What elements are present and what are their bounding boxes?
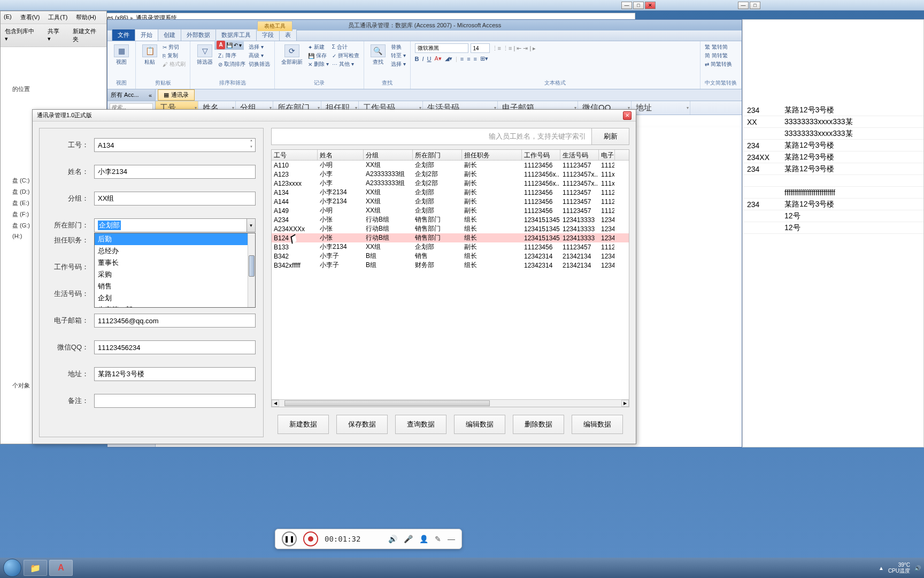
input-group[interactable]: XX组 (94, 192, 256, 206)
input-name[interactable]: 小李2134 (94, 165, 256, 179)
dropdown-option[interactable]: 采购 (95, 269, 255, 280)
tab-file[interactable]: 文件 (112, 29, 135, 41)
chevron-down-icon[interactable]: ▼ (247, 219, 255, 232)
grid-column-header[interactable]: 分组 (364, 150, 413, 160)
font-color-button[interactable]: A▾ (435, 55, 442, 62)
tab-home[interactable]: 开始 (135, 29, 158, 41)
copy-button[interactable]: ⎘ 复制 (163, 52, 186, 59)
taskbar-explorer[interactable]: 📁 (24, 560, 47, 576)
grid-row[interactable]: A123xxxx小李A23333333组企划2部副长11123456x...11… (272, 179, 629, 188)
maximize-button[interactable]: □ (633, 2, 644, 9)
grid-column-header[interactable]: 担任职务 (462, 150, 522, 160)
grid-row[interactable]: A234XXXx小张行动B组销售部门组长12341513451234133331… (272, 224, 629, 233)
input-wx[interactable]: 11123456234 (94, 340, 256, 354)
action-button[interactable]: 查询数据 (395, 415, 446, 434)
screen-recorder-bar[interactable]: ❚❚ 00:01:32 🔊 🎤 👤 ✎ — (275, 529, 462, 549)
simp-to-trad-button[interactable]: 简 简转繁 (705, 52, 737, 59)
totals-button[interactable]: Σ 合计 (332, 43, 359, 51)
data-grid[interactable]: 工号姓名分组所在部门担任职务工作号码生活号码电子 A110小明XX组企划部副长1… (271, 149, 629, 407)
pen-icon[interactable]: ✎ (435, 535, 441, 543)
align-right-button[interactable]: ≡ (474, 56, 477, 62)
grid-row[interactable]: A110小明XX组企划部副长11123456111234571112 (272, 161, 629, 170)
bold-button[interactable]: B (415, 56, 419, 62)
align-center-button[interactable]: ≡ (467, 56, 470, 62)
explorer-toolbar[interactable]: 包含到库中 ▾ 共享 ▾ 新建文件夹 (1, 24, 106, 47)
convert-button[interactable]: ⇄ 简繁转换 (705, 60, 737, 68)
grid-row[interactable]: A234小张行动B组销售部门组长12341513451234133331234 (272, 215, 629, 224)
sort-desc-button[interactable]: Z↓ 降序 (218, 52, 245, 59)
tab-create[interactable]: 创建 (158, 29, 181, 41)
action-button[interactable]: 编辑数据 (454, 415, 505, 434)
horizontal-scrollbar[interactable]: ◀▶ (272, 399, 629, 407)
dropdown-option[interactable]: 生产第一部 (95, 304, 255, 308)
grid-column-header[interactable]: 工号 (272, 150, 318, 160)
minimize-button-2[interactable]: — (738, 2, 749, 9)
selection-filter-button[interactable]: 选择 ▾ (249, 43, 270, 51)
format-painter-button[interactable]: 🖌 格式刷 (163, 60, 186, 68)
action-button[interactable]: 编辑数据 (572, 415, 623, 434)
clear-sort-button[interactable]: ⊘ 取消排序 (218, 60, 245, 68)
speaker-icon[interactable]: 🔊 (388, 535, 397, 543)
minimize-button[interactable]: — (621, 2, 632, 9)
combo-dept[interactable]: 企划部 ▼ 后勤总经办董事长采购销售企划生产第一部生产第二部 (94, 218, 256, 232)
dropdown-option[interactable]: 总经办 (95, 245, 255, 257)
grid-row[interactable]: A144小李2134XX组企划部副长11123456111234571112 (272, 197, 629, 206)
new-record-button[interactable]: ✦ 新建 (308, 43, 329, 51)
grid-row[interactable]: A149小明XX组企划部副长11123456111234571112 (272, 206, 629, 215)
input-email[interactable]: 11123456@qq.com (94, 314, 256, 328)
align-left-button[interactable]: ≡ (460, 56, 464, 62)
close-button[interactable]: ✕ (645, 2, 656, 9)
input-note[interactable] (94, 394, 256, 408)
spellcheck-button[interactable]: ✓ 拼写检查 (332, 52, 359, 59)
system-tray[interactable]: ▲ 39°CCPU温度 🔊 (879, 562, 921, 574)
taskbar-access[interactable]: A (49, 560, 73, 576)
goto-button[interactable]: 转至 ▾ (391, 52, 406, 59)
grid-row[interactable]: A134小李2134XX组企划部副长11123456111234571112 (272, 188, 629, 197)
find-button[interactable]: 🔍查找 (368, 43, 388, 67)
grid-row[interactable]: B133小李2134XX组企划部副长11123456111234571112 (272, 242, 629, 252)
advanced-filter-button[interactable]: 高级 ▾ (249, 52, 270, 59)
mic-icon[interactable]: 🎤 (404, 535, 413, 543)
start-button[interactable] (3, 559, 21, 577)
search-input[interactable]: 输入员工姓名，支持关键字索引 (271, 128, 592, 145)
maximize-button-2[interactable]: □ (750, 2, 760, 9)
action-button[interactable]: 删除数据 (513, 415, 564, 434)
scrollbar-thumb[interactable] (249, 255, 255, 277)
fill-color-button[interactable]: ◢▾ (445, 55, 452, 62)
delete-record-button[interactable]: ✕ 删除 ▾ (308, 60, 329, 68)
grid-column-header[interactable]: 生活号码 (560, 150, 599, 160)
dialog-close-button[interactable]: ✕ (623, 111, 632, 120)
trad-to-simp-button[interactable]: 繁 繁转简 (705, 43, 737, 51)
font-size-select[interactable]: 14 (471, 43, 490, 53)
replace-button[interactable]: 替换 (391, 43, 406, 51)
filter-button[interactable]: ▽筛选器 (195, 43, 215, 67)
action-button[interactable]: 新建数据 (278, 415, 329, 434)
grid-row[interactable]: B342小李子B组销售组长12342314213421341234 (272, 252, 629, 261)
webcam-icon[interactable]: 👤 (419, 535, 428, 543)
action-button[interactable]: 保存数据 (336, 415, 388, 434)
dropdown-option[interactable]: 董事长 (95, 257, 255, 269)
input-id[interactable]: A134▲▼ (94, 138, 256, 152)
grid-row[interactable]: A123小李A23333333组企划2部副长11123456x...111234… (272, 170, 629, 179)
grid-column-header[interactable]: 所在部门 (413, 150, 462, 160)
tab-external[interactable]: 外部数据 (181, 29, 216, 41)
cut-button[interactable]: ✂ 剪切 (163, 43, 186, 51)
dropdown-option[interactable]: 销售 (95, 280, 255, 292)
italic-button[interactable]: I (422, 56, 424, 62)
more-button[interactable]: ⋯ 其他 ▾ (332, 60, 359, 68)
explorer-menu[interactable]: (E) 查看(V) 工具(T) 帮助(H) (1, 11, 106, 24)
gridlines-button[interactable]: ⊞▾ (480, 55, 488, 62)
font-select[interactable]: 微软雅黑 (415, 43, 468, 53)
tab-dbtools[interactable]: 数据库工具 (215, 29, 257, 41)
column-header[interactable]: 地址▾ (632, 101, 690, 115)
refresh-button[interactable]: 刷新 (592, 128, 629, 145)
grid-column-header[interactable]: 电子 (599, 150, 615, 160)
pause-button[interactable]: ❚❚ (282, 531, 297, 546)
toggle-filter-button[interactable]: 切换筛选 (249, 60, 270, 68)
input-addr[interactable]: 某路12号3号楼 (94, 367, 256, 381)
dept-dropdown[interactable]: 后勤总经办董事长采购销售企划生产第一部生产第二部 (94, 233, 256, 308)
refresh-all-button[interactable]: ⟳全部刷新 (279, 43, 305, 67)
select-button[interactable]: 选择 ▾ (391, 60, 406, 68)
dropdown-option[interactable]: 后勤 (95, 233, 255, 245)
minimize-recorder-button[interactable]: — (448, 535, 455, 543)
